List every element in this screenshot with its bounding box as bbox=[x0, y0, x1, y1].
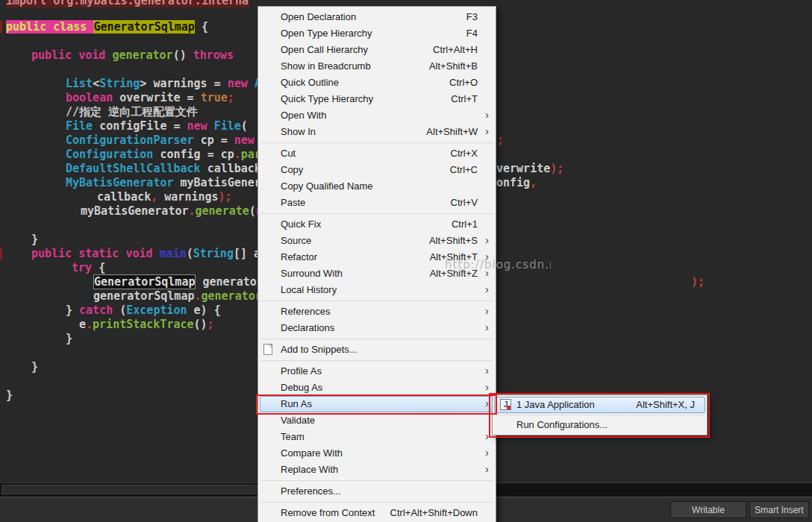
code-line: myBatisGenerator.generate(null); bbox=[81, 204, 257, 218]
context-menu-item-open-declaration[interactable]: Open DeclarationF3 bbox=[260, 9, 494, 25]
context-menu-item-replace-with[interactable]: Replace With› bbox=[260, 462, 494, 478]
submenu-item-run-configurations[interactable]: Run Configurations... bbox=[494, 417, 705, 433]
run-as-submenu: J1 Java ApplicationAlt+Shift+X, JRun Con… bbox=[492, 394, 708, 435]
code-token: public static void bbox=[31, 247, 160, 260]
code-token: generator bbox=[112, 48, 172, 62]
context-menu-item-label: Show in Breadcrumb bbox=[281, 58, 371, 75]
context-menu-item-shortcut: F4 bbox=[466, 25, 478, 42]
context-menu-item-shortcut: Alt+Shift+T bbox=[430, 249, 478, 265]
context-menu-item-quick-type-hierarchy[interactable]: Quick Type HierarchyCtrl+T bbox=[260, 91, 494, 107]
context-menu-item-add-to-snippets[interactable]: Add to Snippets... bbox=[260, 342, 494, 358]
context-menu-item-quick-fix[interactable]: Quick FixCtrl+1 bbox=[260, 216, 494, 233]
context-menu-item-shortcut: Ctrl+X bbox=[451, 145, 478, 162]
code-line: GeneratorSqlmap generatorSqlmap = new bbox=[93, 274, 257, 289]
code-token: public void bbox=[31, 48, 112, 62]
context-menu-item-shortcut: Ctrl+T bbox=[451, 91, 478, 107]
code-token: overwrite = bbox=[119, 91, 200, 104]
code-token: verwrite bbox=[496, 162, 550, 175]
context-menu-item-debug-as[interactable]: Debug As› bbox=[260, 380, 494, 396]
code-token: DefaultShellCallback bbox=[66, 162, 207, 175]
context-menu-item-profile-as[interactable]: Profile As› bbox=[260, 363, 494, 380]
eclipse-editor-screen: import org.mybatis.generator.internapubl… bbox=[0, 0, 812, 522]
code-line: boolean overwrite = true; bbox=[66, 90, 257, 105]
context-menu-item-label: Show In bbox=[281, 124, 316, 140]
submenu-arrow-icon: › bbox=[485, 123, 489, 139]
code-line: public static void main(String[] args) bbox=[31, 246, 257, 261]
code-token: printStackTrace bbox=[93, 318, 193, 331]
occurrence-marker bbox=[0, 248, 2, 260]
context-menu-item-label: Open Call Hierarchy bbox=[281, 42, 368, 58]
code-token: . bbox=[234, 148, 241, 161]
code-token: catch bbox=[79, 304, 119, 317]
context-menu-item-references[interactable]: References› bbox=[260, 304, 494, 320]
context-menu-item-quick-outline[interactable]: Quick OutlineCtrl+O bbox=[260, 75, 494, 91]
context-menu-item-copy[interactable]: CopyCtrl+C bbox=[260, 162, 494, 178]
code-line: try { bbox=[72, 260, 257, 275]
context-menu-item-label: Compare With bbox=[281, 445, 343, 462]
submenu-item-label: 1 Java Application bbox=[516, 397, 595, 413]
submenu-arrow-icon: › bbox=[485, 379, 489, 395]
code-token: true bbox=[201, 91, 228, 104]
context-menu-item-run-as[interactable]: Run As› bbox=[260, 396, 494, 412]
context-menu-item-open-type-hierarchy[interactable]: Open Type HierarchyF4 bbox=[260, 25, 494, 42]
context-menu-item-paste[interactable]: PasteCtrl+V bbox=[260, 195, 494, 211]
code-line: ConfigurationParser cp = new Configurati… bbox=[66, 133, 257, 148]
context-menu-item-preferences[interactable]: Preferences... bbox=[260, 483, 494, 500]
code-token: ( bbox=[241, 119, 248, 133]
code-token: GeneratorSqlmap bbox=[93, 20, 194, 34]
code-token: e bbox=[79, 318, 86, 331]
context-menu-item-label: Profile As bbox=[281, 363, 322, 380]
code-token: generate bbox=[196, 204, 249, 218]
context-menu-item-team[interactable]: Team› bbox=[260, 429, 494, 445]
code-token: generatorSqlmap bbox=[93, 289, 194, 303]
code-token: throws bbox=[193, 48, 234, 62]
code-token: new bbox=[228, 77, 254, 90]
context-menu-item-validate[interactable]: Validate bbox=[260, 412, 494, 429]
code-line: MyBatisGenerator myBatisGenerator = new bbox=[66, 175, 257, 190]
context-menu-item-shortcut: Ctrl+O bbox=[449, 75, 478, 91]
code-token: . bbox=[86, 318, 93, 331]
context-menu-item-source[interactable]: SourceAlt+Shift+S› bbox=[260, 233, 494, 249]
code-token: ); bbox=[691, 275, 705, 289]
context-menu-item-show-in-breadcrumb[interactable]: Show in BreadcrumbAlt+Shift+B bbox=[260, 58, 494, 75]
submenu-arrow-icon: › bbox=[485, 303, 489, 319]
submenu-arrow-icon: › bbox=[485, 428, 489, 444]
context-menu-item-show-in[interactable]: Show InAlt+Shift+W› bbox=[260, 124, 494, 140]
context-menu-item-open-call-hierarchy[interactable]: Open Call HierarchyCtrl+Alt+H bbox=[260, 42, 494, 58]
code-token: import org.mybatis.generator.interna bbox=[6, 0, 249, 7]
code-token: new bbox=[187, 119, 214, 133]
code-fragment: verwrite); bbox=[496, 161, 563, 176]
context-menu-item-copy-qualified-name[interactable]: Copy Qualified Name bbox=[260, 178, 494, 195]
code-line: } bbox=[31, 359, 257, 374]
context-menu-item-label: Remove from Context bbox=[281, 505, 375, 521]
code-token: main bbox=[160, 247, 187, 260]
submenu-item-1-java-application[interactable]: J1 Java ApplicationAlt+Shift+X, J bbox=[494, 397, 705, 413]
code-line: e.printStackTrace(); bbox=[79, 317, 257, 332]
context-menu-item-surround-with[interactable]: Surround WithAlt+Shift+Z› bbox=[260, 265, 494, 282]
submenu-item-shortcut: Alt+Shift+X, J bbox=[636, 397, 695, 413]
submenu-arrow-icon: › bbox=[485, 362, 489, 379]
code-line: public class GeneratorSqlmap { bbox=[6, 19, 257, 34]
context-menu-item-local-history[interactable]: Local History› bbox=[260, 282, 494, 298]
code-token: Configuration bbox=[66, 148, 160, 161]
code-fragment: onfig, bbox=[496, 175, 537, 190]
code-token: config = cp bbox=[160, 148, 234, 161]
submenu-arrow-icon: › bbox=[485, 395, 489, 412]
code-token: ( bbox=[187, 247, 193, 260]
code-token: //指定 逆向工程配置文件 bbox=[66, 105, 198, 119]
context-menu-item-declarations[interactable]: Declarations› bbox=[260, 320, 494, 336]
submenu-arrow-icon: › bbox=[485, 232, 489, 248]
context-menu-item-cut[interactable]: CutCtrl+X bbox=[260, 145, 494, 162]
context-menu-item-shortcut: Ctrl+Alt+Shift+Down bbox=[390, 505, 478, 521]
code-token: File bbox=[66, 119, 99, 133]
context-menu-item-refactor[interactable]: RefactorAlt+Shift+T› bbox=[260, 249, 494, 265]
code-token: () bbox=[194, 318, 207, 331]
code-fragment: ); bbox=[691, 274, 705, 289]
context-menu-item-remove-from-context[interactable]: Remove from ContextCtrl+Alt+Shift+Down bbox=[260, 505, 494, 521]
context-menu-item-open-with[interactable]: Open With› bbox=[260, 107, 494, 124]
code-token: generator bbox=[202, 289, 258, 303]
context-menu-item-label: Surround With bbox=[281, 265, 343, 282]
context-menu-item-label: Preferences... bbox=[281, 483, 341, 500]
context-menu-item-compare-with[interactable]: Compare With› bbox=[260, 445, 494, 462]
submenu-arrow-icon: › bbox=[485, 248, 489, 265]
